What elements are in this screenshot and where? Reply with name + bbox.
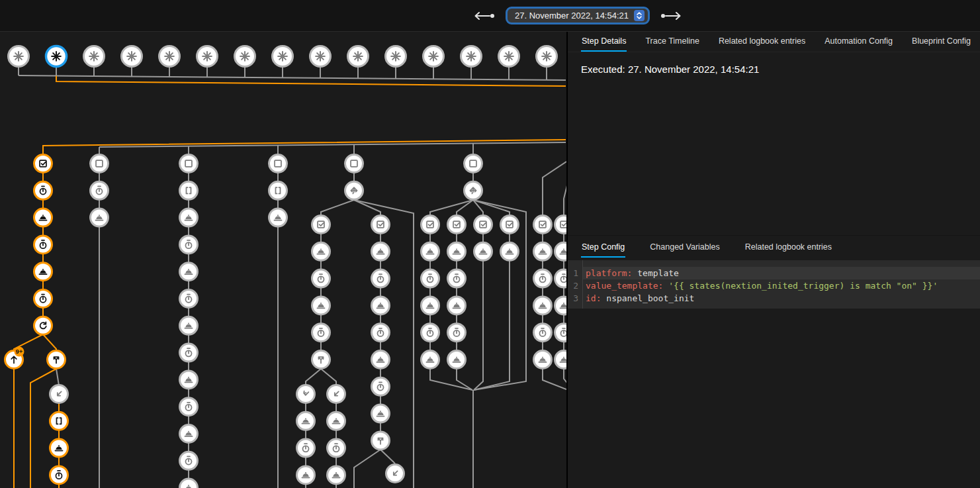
service-node[interactable] [534,351,552,369]
service-node[interactable] [534,297,552,315]
service-node[interactable] [269,209,287,226]
yaml-editor[interactable]: 1 2 3 platform: template value_template:… [568,260,980,309]
run-selector[interactable]: 27. November 2022, 14:54:21 [506,7,650,24]
trigger-node[interactable] [423,46,444,67]
service-node[interactable] [555,242,567,260]
call-split-node[interactable] [48,351,66,369]
call-split-node[interactable] [312,351,330,369]
checkbox-marked-node[interactable] [474,216,492,234]
service-node[interactable] [372,405,390,422]
service-node[interactable] [180,317,198,334]
checkbox-blank-node[interactable] [465,155,482,173]
call-split-node[interactable] [372,432,390,450]
checkbox-marked-node[interactable] [501,216,519,234]
checkbox-marked-node[interactable] [555,216,567,234]
timer-node[interactable] [372,324,390,342]
timer-node[interactable] [312,269,330,287]
timer-node[interactable] [180,398,198,416]
trigger-node[interactable] [386,46,406,67]
timer-node[interactable] [555,269,567,287]
timer-node[interactable] [180,452,198,469]
trigger-node[interactable] [310,46,331,67]
next-run-button[interactable] [659,11,682,21]
service-node[interactable] [91,209,109,226]
timer-node[interactable] [328,439,345,457]
service-node[interactable] [180,425,198,443]
service-node[interactable] [328,466,345,484]
arrow-down-left-node[interactable] [50,385,68,403]
service-node[interactable] [448,297,466,315]
timer-node[interactable] [422,324,439,342]
previous-run-button[interactable] [474,11,496,21]
service-node[interactable] [297,412,315,430]
service-node[interactable] [180,209,198,226]
refresh-node[interactable] [34,317,52,334]
checkbox-marked-node[interactable] [448,216,466,234]
trigger-node[interactable] [273,46,293,67]
tab-blueprint-config[interactable]: Blueprint Config [911,32,971,52]
trigger-node[interactable] [46,46,67,67]
timer-node[interactable] [180,236,198,254]
arrow-down-left-node[interactable] [386,465,404,483]
timer-node[interactable] [555,324,567,342]
timer-node[interactable] [180,344,198,362]
trigger-node[interactable] [9,46,29,67]
tab-related-logbook-bottom[interactable]: Related logbook entries [744,238,832,258]
trigger-node[interactable] [84,46,105,67]
trace-graph-canvas[interactable]: 9+ [0,32,566,488]
service-node[interactable] [312,297,330,315]
trigger-node[interactable] [197,46,218,67]
checkbox-marked-node[interactable] [534,216,552,234]
service-node[interactable] [312,242,330,260]
service-node[interactable] [555,297,567,315]
service-node[interactable] [422,297,439,315]
tab-automation-config[interactable]: Automation Config [824,32,893,52]
timer-node[interactable] [34,290,52,308]
brackets-node[interactable] [50,412,68,430]
service-node[interactable] [34,209,52,226]
timer-node[interactable] [50,466,68,484]
trigger-node[interactable] [122,46,142,67]
timer-node[interactable] [422,269,439,287]
service-node[interactable] [555,351,567,369]
checkbox-blank-node[interactable] [269,155,287,173]
tab-related-logbook[interactable]: Related logbook entries [718,32,806,52]
service-node[interactable] [372,297,390,315]
timer-node[interactable] [312,324,330,342]
checkbox-marked-node[interactable] [312,216,330,234]
checkbox-blank-node[interactable] [345,155,363,173]
tab-step-details[interactable]: Step Details [581,32,627,52]
service-node[interactable] [422,351,439,369]
service-node[interactable] [474,242,492,260]
checkbox-marked-node[interactable] [372,216,390,234]
trigger-node[interactable] [461,46,482,67]
arrow-up-node[interactable]: 9+ [5,347,24,369]
timer-node[interactable] [448,269,466,287]
tab-step-config[interactable]: Step Config [581,238,625,258]
brackets-node[interactable] [180,181,198,199]
service-node[interactable] [372,351,390,369]
arrow-down-left-node[interactable] [328,385,345,403]
trigger-node[interactable] [499,46,519,67]
brackets-node[interactable] [269,181,287,199]
tab-changed-variables[interactable]: Changed Variables [649,238,720,258]
trigger-node[interactable] [348,46,369,67]
service-node[interactable] [422,242,439,260]
checkbox-blank-node[interactable] [91,155,109,173]
service-node[interactable] [34,263,52,281]
timer-node[interactable] [34,236,52,254]
timer-node[interactable] [34,181,52,199]
service-node[interactable] [372,242,390,260]
trigger-node[interactable] [159,46,180,67]
timer-node[interactable] [534,324,552,342]
trigger-node[interactable] [537,46,557,67]
service-node[interactable] [180,371,198,389]
checkbox-blank-node[interactable] [180,155,198,173]
timer-node[interactable] [448,324,466,342]
service-node[interactable] [297,466,315,484]
service-node[interactable] [448,242,466,260]
timer-node[interactable] [372,377,390,395]
timer-node[interactable] [180,290,198,308]
timer-node[interactable] [297,439,315,457]
timer-node[interactable] [372,269,390,287]
